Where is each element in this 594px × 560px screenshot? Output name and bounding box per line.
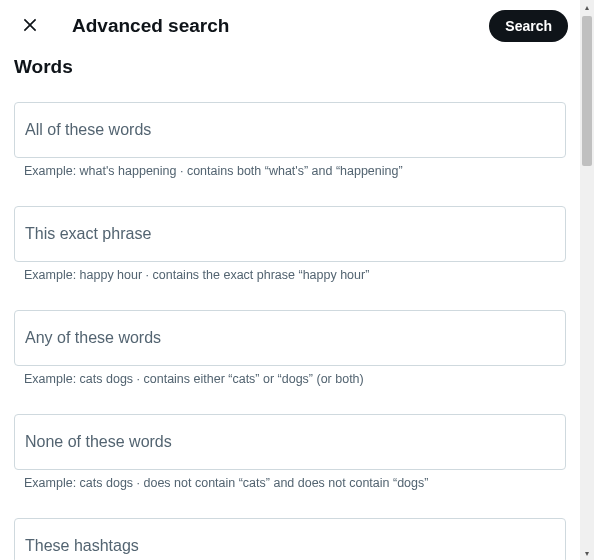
field-box-exact-phrase[interactable] <box>14 206 566 262</box>
modal-title: Advanced search <box>72 15 489 37</box>
scrollbar-thumb[interactable] <box>582 16 592 166</box>
field-box-none-words[interactable] <box>14 414 566 470</box>
none-words-input[interactable] <box>25 433 555 451</box>
exact-phrase-input[interactable] <box>25 225 555 243</box>
field-box-all-words[interactable] <box>14 102 566 158</box>
field-box-any-words[interactable] <box>14 310 566 366</box>
field-box-hashtags[interactable] <box>14 518 566 560</box>
advanced-search-modal: Advanced search Search Words Example: wh… <box>0 0 580 560</box>
field-none-words: Example: cats dogs · does not contain “c… <box>14 414 566 490</box>
close-icon <box>20 15 40 38</box>
field-hashtags: Example: #ThrowbackThursday · contains t… <box>14 518 566 560</box>
any-words-helper: Example: cats dogs · contains either “ca… <box>14 372 566 386</box>
all-words-input[interactable] <box>25 121 555 139</box>
scroll-up-arrow-icon[interactable]: ▴ <box>580 0 594 14</box>
modal-content: Words Example: what's happening · contai… <box>0 52 580 560</box>
exact-phrase-helper: Example: happy hour · contains the exact… <box>14 268 566 282</box>
search-button[interactable]: Search <box>489 10 568 42</box>
hashtags-input[interactable] <box>25 537 555 555</box>
field-all-words: Example: what's happening · contains bot… <box>14 102 566 178</box>
modal-header: Advanced search Search <box>0 0 580 52</box>
scroll-down-arrow-icon[interactable]: ▾ <box>580 546 594 560</box>
close-button[interactable] <box>12 8 48 44</box>
field-exact-phrase: Example: happy hour · contains the exact… <box>14 206 566 282</box>
browser-scrollbar[interactable]: ▴ ▾ <box>580 0 594 560</box>
any-words-input[interactable] <box>25 329 555 347</box>
all-words-helper: Example: what's happening · contains bot… <box>14 164 566 178</box>
none-words-helper: Example: cats dogs · does not contain “c… <box>14 476 566 490</box>
field-any-words: Example: cats dogs · contains either “ca… <box>14 310 566 386</box>
section-words-label: Words <box>14 56 566 78</box>
